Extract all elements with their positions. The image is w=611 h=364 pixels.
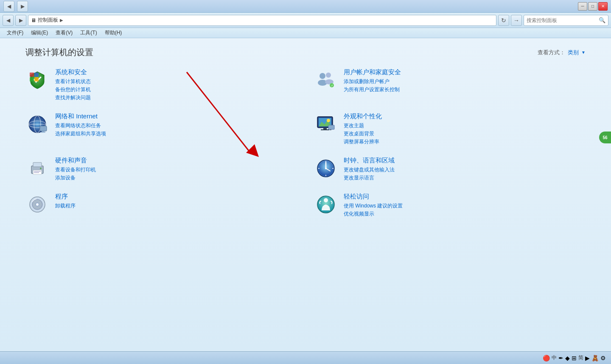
clock-title[interactable]: 时钟、语言和区域 [344,157,395,165]
programs-icon [25,193,49,216]
taskbar-icon-7[interactable]: ⚙ [600,355,606,361]
clock-link-1[interactable]: 更改显示语言 [344,174,395,182]
menu-file[interactable]: 文件(F) [3,28,27,37]
address-text: 控制面板 ▶ [38,17,63,24]
programs-link-0[interactable]: 卸载程序 [55,202,76,210]
programs-title[interactable]: 程序 [55,193,76,201]
search-icon[interactable]: 🔍 [599,17,605,23]
search-wrap[interactable]: 🔍 [524,15,608,26]
appearance-link-1[interactable]: 更改桌面背景 [344,130,382,137]
back-button[interactable]: ◀ [3,1,14,12]
taskbar-icon-2[interactable]: ✒ [558,355,563,361]
ease-access-link-0[interactable]: 使用 Windows 建议的设置 [344,202,403,210]
section-programs: 程序 卸载程序 [25,193,297,218]
tray-zh[interactable]: 中 [552,354,557,361]
taskbar-icon-4[interactable]: ⊞ [572,355,577,361]
section-system-security: 系统和安全 查看计算机状态 备份您的计算机 查找并解决问题 [25,68,297,102]
svg-rect-22 [321,129,329,130]
view-mode-value[interactable]: 类别 [568,49,579,56]
title-bar-left: ◀ ▶ [3,1,28,12]
svg-point-43 [36,204,38,205]
svg-point-45 [324,198,328,202]
appearance-info: 外观和个性化 更改主题 更改桌面背景 调整屏幕分辨率 [344,112,382,146]
taskbar-icon-1[interactable]: 🔴 [543,355,550,361]
svg-point-6 [326,73,331,78]
clock-link-0[interactable]: 更改键盘或其他输入法 [344,166,395,174]
nav-back-button[interactable]: ◀ [3,15,14,26]
svg-point-28 [40,168,42,169]
maximize-button[interactable]: □ [588,2,597,11]
view-mode: 查看方式： 类别 ▼ [538,49,586,56]
taskbar-icon-3[interactable]: ◆ [565,355,570,361]
window-controls: ─ □ ✕ [578,2,608,11]
hardware-icon [25,157,49,180]
svg-rect-29 [34,171,41,172]
svg-rect-0 [30,73,34,77]
svg-rect-21 [323,128,327,129]
clock-icon [314,157,338,180]
taskbar-icons: 🔴 中 ✒ ◆ ⊞ 简 ▶ 🧸 ⚙ [543,354,606,361]
system-security-icon [25,68,49,92]
address-arrow: ▶ [60,18,63,22]
svg-point-4 [320,73,325,79]
menu-tools[interactable]: 工具(T) [77,28,100,37]
system-security-link-2[interactable]: 查找并解决问题 [55,94,91,101]
network-link-1[interactable]: 选择家庭组和共享选项 [55,130,106,137]
system-security-link-0[interactable]: 查看计算机状态 [55,78,91,85]
close-button[interactable]: ✕ [598,2,608,11]
ease-access-title[interactable]: 轻松访问 [344,193,403,201]
hardware-link-1[interactable]: 添加设备 [55,174,96,182]
refresh-button[interactable]: ↻ [498,15,509,26]
forward-button[interactable]: ▶ [17,1,28,12]
title-bar: ◀ ▶ ─ □ ✕ [0,0,611,13]
hardware-link-0[interactable]: 查看设备和打印机 [55,166,96,174]
svg-point-35 [325,168,327,169]
system-security-info: 系统和安全 查看计算机状态 备份您的计算机 查找并解决问题 [55,68,91,102]
view-mode-arrow[interactable]: ▼ [581,50,586,55]
address-bar-icon: 🖥 [31,17,36,23]
section-ease-access: 轻松访问 使用 Windows 建议的设置 优化视频显示 [314,193,586,218]
taskbar-icon-5[interactable]: ▶ [585,355,590,361]
svg-point-20 [327,119,330,122]
ease-access-icon [314,193,338,216]
user-accounts-title[interactable]: 用户帐户和家庭安全 [344,68,401,76]
taskbar-icon-6[interactable]: 🧸 [591,355,599,361]
section-hardware: 硬件和声音 查看设备和打印机 添加设备 [25,157,297,182]
search-input[interactable] [527,17,599,23]
hardware-title[interactable]: 硬件和声音 [55,157,96,165]
tray-jian[interactable]: 简 [578,354,583,361]
section-clock: 时钟、语言和区域 更改键盘或其他输入法 更改显示语言 [314,157,586,182]
minimize-button[interactable]: ─ [578,2,587,11]
network-link-0[interactable]: 查看网络状态和任务 [55,122,106,129]
hardware-info: 硬件和声音 查看设备和打印机 添加设备 [55,157,96,182]
system-security-link-1[interactable]: 备份您的计算机 [55,86,91,93]
clock-info: 时钟、语言和区域 更改键盘或其他输入法 更改显示语言 [344,157,395,182]
svg-rect-15 [42,131,45,132]
svg-rect-2 [30,77,34,81]
ease-access-link-1[interactable]: 优化视频显示 [344,210,403,218]
appearance-title[interactable]: 外观和个性化 [344,112,382,120]
section-appearance: 外观和个性化 更改主题 更改桌面背景 调整屏幕分辨率 [314,112,586,146]
refresh-btn2[interactable]: → [511,15,522,26]
svg-text:✓: ✓ [331,84,334,87]
appearance-icon [314,112,338,136]
user-accounts-link-1[interactable]: 为所有用户设置家长控制 [344,86,401,93]
nav-forward-button[interactable]: ▶ [15,15,26,26]
page-title: 调整计算机的设置 [25,47,93,58]
ease-access-info: 轻松访问 使用 Windows 建议的设置 优化视频显示 [344,193,403,218]
system-security-title[interactable]: 系统和安全 [55,68,91,76]
user-accounts-icon: ✓ [314,68,338,92]
svg-rect-1 [34,73,39,77]
menu-edit[interactable]: 编辑(E) [28,28,51,37]
svg-rect-24 [330,129,331,130]
menu-bar: 文件(F) 编辑(E) 查看(V) 工具(T) 帮助(H) [0,28,611,38]
appearance-link-2[interactable]: 调整屏幕分辨率 [344,138,382,146]
menu-view[interactable]: 查看(V) [52,28,76,37]
address-input-wrap[interactable]: 🖥 控制面板 ▶ [28,15,496,26]
network-title[interactable]: 网络和 Internet [55,112,106,120]
appearance-link-0[interactable]: 更改主题 [344,122,382,129]
menu-help[interactable]: 帮助(H) [101,28,126,37]
svg-rect-30 [34,172,39,173]
network-icon [25,112,49,136]
user-accounts-link-0[interactable]: 添加或删除用户帐户 [344,78,401,85]
